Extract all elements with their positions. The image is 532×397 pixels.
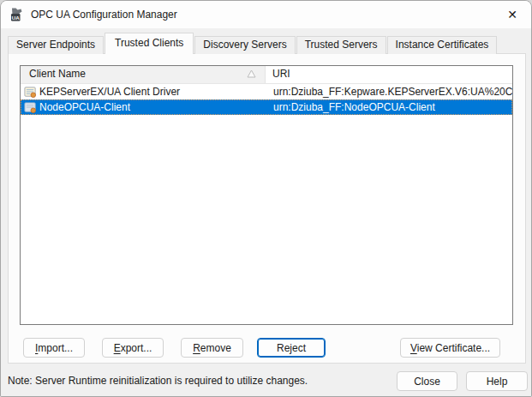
trusted-clients-tab-page: Client Name URI (8, 53, 526, 364)
tab-server-endpoints[interactable]: Server Endpoints (8, 36, 104, 54)
certificate-icon (24, 101, 37, 114)
reject-button[interactable]: Reject (257, 338, 326, 358)
import-button[interactable]: Import... (23, 338, 85, 358)
certificate-icon (24, 86, 37, 99)
opc-ua-app-icon: UA (9, 7, 24, 22)
sort-ascending-icon (247, 69, 256, 78)
help-button[interactable]: Help (466, 371, 528, 391)
table-row-selected[interactable]: NodeOPCUA-Client urn:Dziuba_FF:NodeOPCUA… (21, 99, 512, 115)
svg-text:UA: UA (12, 15, 20, 21)
client-name: NodeOPCUA-Client (39, 99, 130, 115)
tab-instance-certificates[interactable]: Instance Certificates (387, 36, 498, 54)
list-header: Client Name URI (21, 66, 512, 84)
table-row[interactable]: KEPServerEX/UA Client Driver urn:Dziuba_… (21, 84, 512, 99)
titlebar: UA OPC UA Configuration Manager ✕ (1, 1, 531, 28)
trusted-clients-list: Client Name URI (20, 65, 513, 325)
tab-trusted-clients[interactable]: Trusted Clients (105, 33, 194, 54)
column-header-client-name[interactable]: Client Name (21, 66, 266, 83)
close-icon[interactable]: ✕ (493, 1, 531, 28)
dialog-footer: Note: Server Runtime reinitialization is… (1, 364, 531, 397)
column-header-uri-label: URI (272, 68, 290, 80)
remove-button[interactable]: Remove (181, 338, 243, 358)
column-header-uri[interactable]: URI (266, 66, 512, 83)
close-button[interactable]: Close (397, 371, 457, 391)
tab-trusted-servers[interactable]: Trusted Servers (296, 36, 386, 54)
tab-discovery-servers[interactable]: Discovery Servers (194, 36, 295, 54)
client-name: KEPServerEX/UA Client Driver (39, 84, 180, 99)
window-title: OPC UA Configuration Manager (31, 9, 177, 21)
client-uri: urn:Dziuba_FF:Kepware.KEPServerEX.V6:UA%… (266, 84, 512, 99)
client-uri: urn:Dziuba_FF:NodeOPCUA-Client (266, 99, 512, 115)
export-button[interactable]: Export... (102, 338, 164, 358)
runtime-note: Note: Server Runtime reinitialization is… (8, 364, 308, 397)
view-certificate-button[interactable]: View Certificate... (400, 338, 500, 358)
opc-ua-configuration-manager-dialog: UA OPC UA Configuration Manager ✕ Server… (0, 0, 532, 397)
column-header-client-name-label: Client Name (29, 68, 86, 80)
tab-bar: Server Endpoints Trusted Clients Discove… (8, 33, 497, 54)
